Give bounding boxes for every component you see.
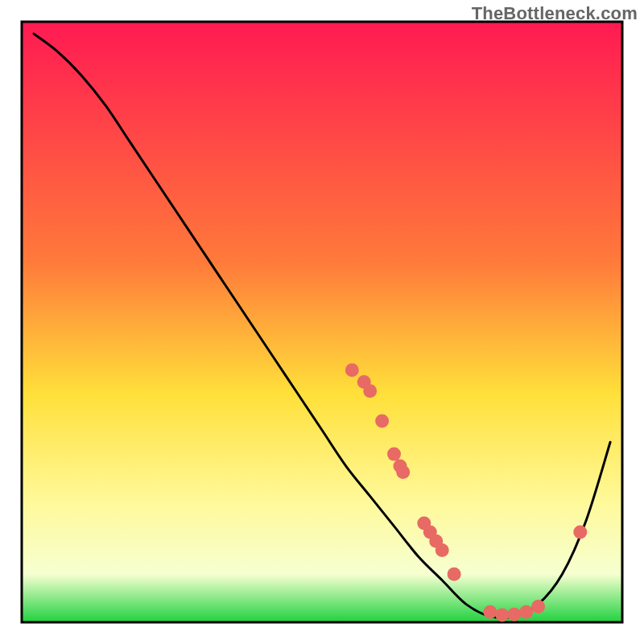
- gradient-background: [22, 22, 622, 622]
- sample-point: [396, 465, 410, 479]
- sample-point: [573, 526, 587, 539]
- sample-point: [363, 384, 377, 398]
- sample-point: [531, 600, 545, 613]
- sample-point: [507, 608, 521, 621]
- sample-point: [448, 568, 461, 581]
- sample-point: [519, 605, 533, 619]
- sample-point: [387, 448, 401, 461]
- sample-point: [483, 605, 497, 619]
- sample-point: [495, 609, 509, 622]
- sample-point: [436, 543, 449, 557]
- sample-point: [345, 363, 359, 377]
- sample-point: [375, 415, 389, 428]
- chart-svg: [0, 0, 644, 644]
- bottleneck-chart: TheBottleneck.com: [0, 0, 644, 644]
- watermark-text: TheBottleneck.com: [472, 3, 638, 24]
